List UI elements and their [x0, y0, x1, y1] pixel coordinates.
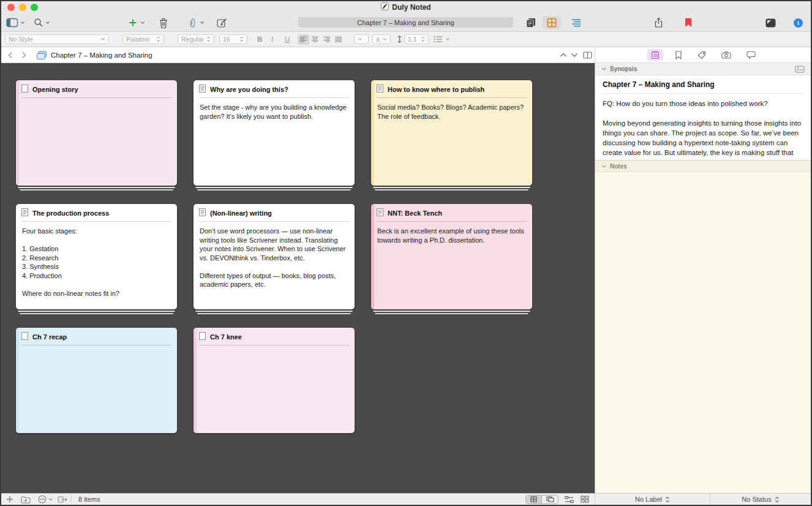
plus-icon [129, 18, 137, 27]
compose-button[interactable] [217, 13, 227, 32]
items-count: 8 items [78, 494, 100, 505]
card-title: (Non-linear) writing [210, 210, 272, 217]
next-document-button[interactable] [571, 47, 578, 63]
trash-icon [159, 18, 168, 28]
card-title: How to know where to publish [388, 86, 484, 93]
sidebar-icon [6, 18, 18, 28]
index-card-nnt-beck-tench[interactable]: NNT: Beck Tench Beck is an excellent exa… [371, 204, 532, 309]
card-title: NNT: Beck Tench [388, 210, 442, 217]
card-stack-icon [36, 47, 47, 63]
sidebar-chevron[interactable] [20, 13, 25, 32]
split-view-button[interactable] [583, 47, 592, 63]
text-color-select[interactable] [354, 34, 369, 44]
highlight-select[interactable]: a [372, 34, 391, 44]
chevron-down-icon [601, 67, 606, 70]
toolbar: Chapter 7 – Making and Sharing i [1, 13, 811, 32]
synopsis-editor[interactable]: Chapter 7 – Making and Sharing FQ: How d… [595, 75, 811, 160]
trash-button[interactable] [159, 13, 168, 32]
attach-button[interactable] [189, 13, 197, 32]
previous-document-button[interactable] [560, 47, 567, 63]
freeform-mode-button[interactable] [542, 496, 558, 504]
label-dropdown[interactable]: No Label [595, 494, 710, 505]
share-button[interactable] [654, 13, 663, 32]
bold-button[interactable]: B [257, 34, 262, 44]
notes-section-header[interactable]: Notes [595, 160, 811, 172]
toggle-sidebar-button[interactable] [6, 13, 18, 32]
circle-ellipsis-icon [38, 495, 47, 504]
corkboard[interactable]: Opening story Why are you doing this? Se… [1, 63, 595, 493]
blank-document-icon [21, 84, 28, 95]
header-bar: Chapter 7 – Making and Sharing [1, 47, 811, 63]
list-format-button[interactable] [434, 34, 450, 44]
notes-editor[interactable] [595, 172, 811, 493]
align-left-button[interactable] [298, 34, 309, 45]
search-chevron[interactable] [45, 13, 50, 32]
style-select[interactable]: No Style [5, 34, 109, 44]
up-down-chevrons-icon [775, 496, 780, 503]
underline-button[interactable]: U [285, 34, 290, 44]
card-synopsis: Four basic stages: 1. Gestation 2. Resea… [16, 222, 177, 303]
align-justify-button[interactable] [333, 34, 344, 45]
italic-button[interactable]: I [271, 34, 273, 44]
grid-mode-button[interactable] [526, 496, 542, 504]
font-select[interactable]: Palatino [122, 34, 164, 44]
arrange-by-label-button[interactable] [565, 494, 574, 505]
index-card-ch7-recap[interactable]: Ch 7 recap [16, 328, 177, 433]
tab-notes[interactable] [647, 49, 663, 61]
highlight-label: a [376, 36, 380, 43]
font-size-stepper[interactable]: 16 [219, 34, 247, 44]
text-document-icon [377, 84, 383, 95]
info-button[interactable]: i [794, 13, 803, 32]
appearance-button[interactable] [765, 13, 776, 32]
attach-chevron[interactable] [200, 13, 205, 32]
bookmark-button[interactable] [685, 13, 692, 32]
search-button[interactable] [34, 13, 43, 32]
inspector-tabs [595, 47, 811, 62]
index-card-why-are-you-doing-this[interactable]: Why are you doing this? Set the stage - … [194, 80, 355, 186]
synopsis-image-icon[interactable] [795, 66, 805, 73]
up-down-chevrons-icon [665, 496, 670, 503]
tag-icon [697, 51, 706, 59]
action-menu-button[interactable] [38, 494, 53, 505]
synopsis-section-header[interactable]: Synopsis [595, 63, 811, 75]
index-card-how-to-know-where-to-publish[interactable]: How to know where to publish Social medi… [371, 80, 532, 186]
chevron-down-icon [48, 498, 53, 501]
tab-snapshots[interactable] [718, 50, 735, 60]
folder-plus-icon [21, 496, 31, 504]
export-icon [58, 496, 67, 504]
tab-metadata[interactable] [694, 50, 710, 61]
tab-comments[interactable] [743, 50, 759, 61]
align-right-button[interactable] [321, 34, 333, 45]
tab-bookmarks[interactable] [671, 50, 686, 61]
synopsis-text: FQ: How do you turn those ideas into pol… [603, 99, 803, 160]
index-card-non-linear-writing[interactable]: (Non-linear) writing Don’t use word proc… [194, 204, 355, 309]
add-item-chevron[interactable] [140, 13, 145, 32]
view-mode-scrivenings[interactable] [525, 13, 536, 32]
label-color-edge [16, 328, 19, 433]
index-card-opening-story[interactable]: Opening story [16, 80, 177, 186]
add-document-button[interactable] [6, 494, 13, 505]
font-weight-select[interactable]: Regular [178, 34, 214, 44]
breadcrumb[interactable]: Chapter 7 – Making and Sharing [51, 47, 152, 63]
export-button[interactable] [58, 494, 67, 505]
forward-button[interactable] [21, 47, 27, 63]
view-mode-outline[interactable] [571, 13, 582, 32]
line-spacing-stepper[interactable]: 1.1 [404, 34, 429, 44]
document-title-pill[interactable]: Chapter 7 – Making and Sharing [298, 17, 513, 28]
align-center-button[interactable] [309, 34, 321, 45]
add-item-button[interactable] [129, 13, 137, 32]
corkboard-options-button[interactable] [581, 494, 589, 505]
card-synopsis: Set the stage - why are you building a k… [194, 98, 355, 126]
back-button[interactable] [7, 47, 13, 63]
label-value: No Label [635, 496, 662, 503]
view-mode-corkboard[interactable] [543, 13, 561, 32]
compose-icon [217, 18, 227, 28]
plus-icon [6, 496, 13, 503]
status-dropdown[interactable]: No Status [710, 494, 811, 505]
add-folder-button[interactable] [21, 494, 31, 505]
text-document-icon [21, 208, 28, 219]
status-bar: 8 items No Label [1, 493, 811, 505]
index-card-the-production-process[interactable]: The production process Four basic stages… [16, 204, 177, 309]
index-card-ch7-knee[interactable]: Ch 7 knee [194, 328, 355, 433]
corkboard-mode-segmented[interactable] [525, 494, 558, 505]
